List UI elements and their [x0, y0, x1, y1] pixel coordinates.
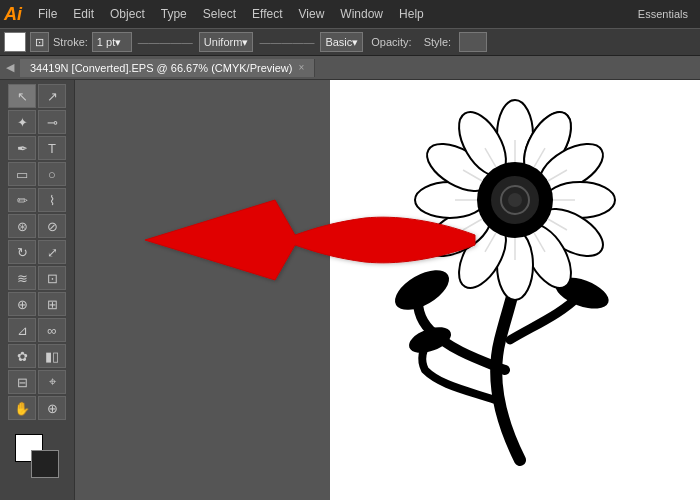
- eyedropper-tool[interactable]: ⊿: [8, 318, 36, 342]
- menu-type[interactable]: Type: [153, 5, 195, 23]
- warp-tool[interactable]: ≋: [8, 266, 36, 290]
- essentials-label: Essentials: [638, 8, 696, 20]
- color-swatch-area: [2, 430, 72, 478]
- red-arrow: [135, 140, 495, 340]
- zoom-tool[interactable]: ⊕: [38, 396, 66, 420]
- svg-point-24: [508, 193, 522, 207]
- toolbar: ↖ ↗ ✦ ⊸ ✒ T ▭ ○ ✏ ⌇ ⊛ ⊘ ↻ ⤢ ≋ ⊡: [0, 80, 75, 500]
- blend-tool[interactable]: ∞: [38, 318, 66, 342]
- toolbar-row-4: ▭ ○: [2, 162, 72, 186]
- toolbar-row-13: ✋ ⊕: [2, 396, 72, 420]
- menu-bar: Ai File Edit Object Type Select Effect V…: [0, 0, 700, 28]
- toolbar-row-6: ⊛ ⊘: [2, 214, 72, 238]
- uniform-dropdown[interactable]: Uniform▾: [199, 32, 254, 52]
- options-bar: ⊡ Stroke: 1 pt▾ ————— Uniform▾ ————— Bas…: [0, 28, 700, 56]
- opacity-label: Opacity:: [371, 36, 411, 48]
- slice-tool[interactable]: ⌖: [38, 370, 66, 394]
- toolbar-row-2: ✦ ⊸: [2, 110, 72, 134]
- menu-select[interactable]: Select: [195, 5, 244, 23]
- toolbar-row-12: ⊟ ⌖: [2, 370, 72, 394]
- toolbar-row-7: ↻ ⤢: [2, 240, 72, 264]
- menu-view[interactable]: View: [291, 5, 333, 23]
- menu-help[interactable]: Help: [391, 5, 432, 23]
- stroke-value[interactable]: 1 pt▾: [92, 32, 132, 52]
- selection-tool[interactable]: ↖: [8, 84, 36, 108]
- toolbar-row-10: ⊿ ∞: [2, 318, 72, 342]
- paintbrush-tool[interactable]: ⌇: [38, 188, 66, 212]
- artboard-tool[interactable]: ⊟: [8, 370, 36, 394]
- document-tab-title: 34419N [Converted].EPS @ 66.67% (CMYK/Pr…: [30, 62, 292, 74]
- symbol-sprayer-tool[interactable]: ✿: [8, 344, 36, 368]
- pencil-tool[interactable]: ✏: [8, 188, 36, 212]
- document-tab[interactable]: 34419N [Converted].EPS @ 66.67% (CMYK/Pr…: [20, 59, 315, 77]
- scale-tool[interactable]: ⤢: [38, 240, 66, 264]
- tab-scroll-left[interactable]: ◀: [0, 61, 20, 74]
- menu-file[interactable]: File: [30, 5, 65, 23]
- toolbar-row-9: ⊕ ⊞: [2, 292, 72, 316]
- toolbar-row-1: ↖ ↗: [2, 84, 72, 108]
- main-area: ↖ ↗ ✦ ⊸ ✒ T ▭ ○ ✏ ⌇ ⊛ ⊘ ↻ ⤢ ≋ ⊡: [0, 80, 700, 500]
- direct-selection-tool[interactable]: ↗: [38, 84, 66, 108]
- live-paint-tool[interactable]: ⊞: [38, 292, 66, 316]
- stroke-icon-box: ⊡: [30, 32, 49, 52]
- stroke-label: Stroke:: [53, 36, 88, 48]
- rotate-tool[interactable]: ↻: [8, 240, 36, 264]
- basic-dropdown[interactable]: Basic▾: [320, 32, 363, 52]
- toolbar-row-3: ✒ T: [2, 136, 72, 160]
- toolbar-row-11: ✿ ▮▯: [2, 344, 72, 368]
- fill-swatch[interactable]: [4, 32, 26, 52]
- menu-window[interactable]: Window: [332, 5, 391, 23]
- style-box[interactable]: [459, 32, 487, 52]
- eraser-tool[interactable]: ⊘: [38, 214, 66, 238]
- magic-wand-tool[interactable]: ✦: [8, 110, 36, 134]
- menu-object[interactable]: Object: [102, 5, 153, 23]
- menu-edit[interactable]: Edit: [65, 5, 102, 23]
- free-transform-tool[interactable]: ⊡: [38, 266, 66, 290]
- hand-tool[interactable]: ✋: [8, 396, 36, 420]
- app-logo: Ai: [4, 4, 22, 25]
- ellipse-tool[interactable]: ○: [38, 162, 66, 186]
- rectangle-tool[interactable]: ▭: [8, 162, 36, 186]
- shape-builder-tool[interactable]: ⊕: [8, 292, 36, 316]
- pen-tool[interactable]: ✒: [8, 136, 36, 160]
- canvas-area: [75, 80, 700, 500]
- style-label: Style:: [424, 36, 452, 48]
- column-graph-tool[interactable]: ▮▯: [38, 344, 66, 368]
- menu-effect[interactable]: Effect: [244, 5, 290, 23]
- toolbar-row-5: ✏ ⌇: [2, 188, 72, 212]
- toolbar-row-8: ≋ ⊡: [2, 266, 72, 290]
- background-color-swatch[interactable]: [31, 450, 59, 478]
- lasso-tool[interactable]: ⊸: [38, 110, 66, 134]
- blob-brush-tool[interactable]: ⊛: [8, 214, 36, 238]
- tab-bar: ◀ 34419N [Converted].EPS @ 66.67% (CMYK/…: [0, 56, 700, 80]
- tab-close-button[interactable]: ×: [298, 62, 304, 73]
- type-tool[interactable]: T: [38, 136, 66, 160]
